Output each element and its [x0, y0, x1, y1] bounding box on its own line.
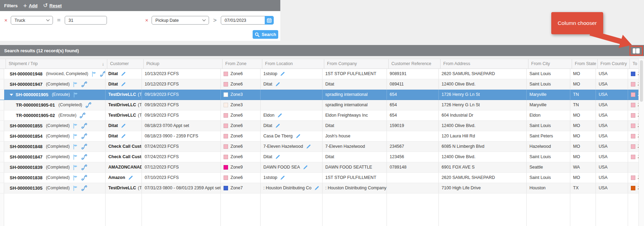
calendar-button[interactable]: [265, 16, 274, 25]
edit-location-button[interactable]: [275, 82, 280, 87]
results-grid: Shipment / Trip↓CustomerPickupFrom ZoneF…: [0, 59, 644, 226]
flag-button[interactable]: [73, 175, 78, 181]
route-icon: [81, 185, 87, 191]
flag-button[interactable]: [73, 154, 78, 160]
flag-button[interactable]: [73, 165, 78, 170]
from-country-value: USA: [599, 110, 608, 120]
route-button[interactable]: [81, 185, 87, 191]
to-zone-color-swatch: [631, 186, 635, 190]
vertical-scrollbar[interactable]: [638, 59, 644, 226]
column-header-from-country[interactable]: From Country: [598, 59, 630, 69]
route-button[interactable]: [100, 71, 106, 77]
edit-customer-button[interactable]: [121, 82, 126, 87]
edit-location-button[interactable]: [275, 154, 280, 160]
table-row[interactable]: SH-0000001948(Invoiced, Completed) Ditat…: [0, 69, 644, 79]
filter-body: ✕Truck=31✕Pickup Date>07/01/2023 Search: [0, 11, 280, 41]
column-chooser-button[interactable]: [629, 46, 643, 56]
from-state-cell: MO: [570, 79, 596, 89]
table-row[interactable]: TR-0000001905-02(Enroute) TestDriveLLC(T…: [0, 110, 644, 121]
route-button[interactable]: [80, 112, 85, 118]
table-row[interactable]: SH-0000001839(Completed) AMAZONCANADA07/…: [0, 162, 644, 173]
edit-location-button[interactable]: [306, 144, 311, 149]
edit-location-button[interactable]: [296, 134, 301, 139]
table-row[interactable]: SH-0000001305(Completed) TestDriveLLC(Te…: [0, 183, 644, 193]
column-header-from-city[interactable]: From City: [528, 59, 572, 69]
flag-button[interactable]: [73, 92, 79, 98]
edit-customer-button[interactable]: [128, 175, 133, 180]
filter-field-select[interactable]: Pickup Date: [152, 16, 209, 25]
column-header-customer-reference[interactable]: Customer Reference: [389, 59, 441, 69]
edit-location-button[interactable]: [280, 175, 285, 180]
table-row[interactable]: TR-0000001905-01(Completed) TestDriveLLC…: [0, 100, 644, 110]
filter-value-input[interactable]: 31: [65, 16, 107, 25]
table-row[interactable]: SH-0000001905(Enroute) TestDriveLLC(Test…: [0, 90, 644, 100]
table-row[interactable]: SH-0000001947(Completed) Ditat 10/12/202…: [0, 79, 644, 90]
customer-reference-cell: 089411: [387, 79, 439, 89]
from-zone-label: Zone6: [230, 121, 243, 131]
route-button[interactable]: [81, 175, 87, 181]
route-button[interactable]: [81, 81, 87, 87]
from-country-cell: USA: [596, 100, 628, 110]
customer-reference-value: 654: [390, 90, 397, 100]
column-header-from-zone[interactable]: From Zone: [223, 59, 262, 69]
edit-icon: [121, 82, 126, 87]
route-button[interactable]: [85, 102, 91, 108]
edit-location-button[interactable]: [280, 71, 285, 76]
pickup-value: 09/19/2023 FCFS: [145, 90, 179, 100]
column-header-from-address[interactable]: From Address: [441, 59, 528, 69]
edit-location-button[interactable]: [303, 165, 308, 170]
filter-value-input[interactable]: 07/01/2023: [221, 16, 274, 25]
reset-filters-button[interactable]: ↺ Reset: [43, 3, 62, 8]
table-row[interactable]: SH-0000001848(Completed) Check Call Cust…: [0, 142, 644, 152]
scrollbar-thumb[interactable]: [640, 60, 643, 102]
collapse-caret-icon[interactable]: [10, 94, 13, 96]
from-company-value: Ditat: [325, 121, 334, 131]
edit-location-button[interactable]: [277, 113, 282, 118]
flag-button[interactable]: [73, 123, 78, 129]
from-city-cell: Seattle: [527, 162, 570, 172]
flag-button[interactable]: [91, 71, 97, 77]
table-row[interactable]: SH-0000001847(Completed) Check Call Cust…: [0, 152, 644, 162]
chevron-down-icon: [202, 18, 206, 21]
from-city-cell: Houston: [527, 183, 570, 193]
route-button[interactable]: [81, 154, 87, 160]
table-row[interactable]: SH-0000001855(Completed) Ditat 08/18/23 …: [0, 121, 644, 131]
edit-location-button[interactable]: [275, 123, 280, 128]
from-location-cell: Ditat: [261, 79, 323, 89]
route-button[interactable]: [81, 144, 87, 150]
grid-empty-area: [0, 193, 644, 226]
flag-button[interactable]: [73, 186, 78, 191]
edit-icon: [275, 123, 280, 128]
flag-button[interactable]: [73, 144, 78, 150]
table-row[interactable]: SH-0000001854(Completed) Ditat 08/18/23 …: [0, 131, 644, 142]
flag-button[interactable]: [73, 82, 78, 87]
reset-icon: ↺: [43, 3, 47, 8]
column-header-from-state[interactable]: From State: [572, 59, 598, 69]
column-header-from-location[interactable]: From Location: [262, 59, 324, 69]
edit-customer-button[interactable]: [121, 123, 126, 128]
flag-button[interactable]: [73, 134, 78, 139]
column-header-customer[interactable]: Customer: [107, 59, 144, 69]
column-header-from-company[interactable]: From Company: [324, 59, 389, 69]
customer-cell: AMAZONCANADA: [106, 162, 142, 172]
from-city-cell: Saint Peters: [527, 131, 570, 141]
route-button[interactable]: [81, 133, 87, 139]
route-button[interactable]: [81, 164, 87, 170]
table-row[interactable]: SH-0000001838(Completed) Amazon 07/10/20…: [0, 173, 644, 183]
search-button[interactable]: Search: [253, 30, 278, 39]
filter-field-select[interactable]: Truck: [11, 16, 53, 25]
from-city-value: Maryville: [529, 90, 546, 100]
column-header-label: From State: [575, 59, 596, 69]
column-header-pickup[interactable]: Pickup: [144, 59, 223, 69]
edit-customer-button[interactable]: [121, 71, 126, 76]
remove-filter-icon[interactable]: ✕: [145, 18, 148, 23]
from-address-value: 1726 Henry G Ln St: [442, 100, 480, 110]
edit-customer-button[interactable]: [121, 134, 126, 139]
remove-filter-icon[interactable]: ✕: [4, 18, 8, 23]
from-address-value: 1726 Henry G Ln St: [442, 90, 480, 100]
column-header-shipment-trip[interactable]: Shipment / Trip↓: [6, 59, 107, 69]
edit-location-button[interactable]: [314, 186, 319, 191]
from-location-value: : Houston Distributing Co: [263, 183, 311, 193]
route-button[interactable]: [81, 123, 87, 129]
add-filter-button[interactable]: + Add: [23, 2, 37, 9]
